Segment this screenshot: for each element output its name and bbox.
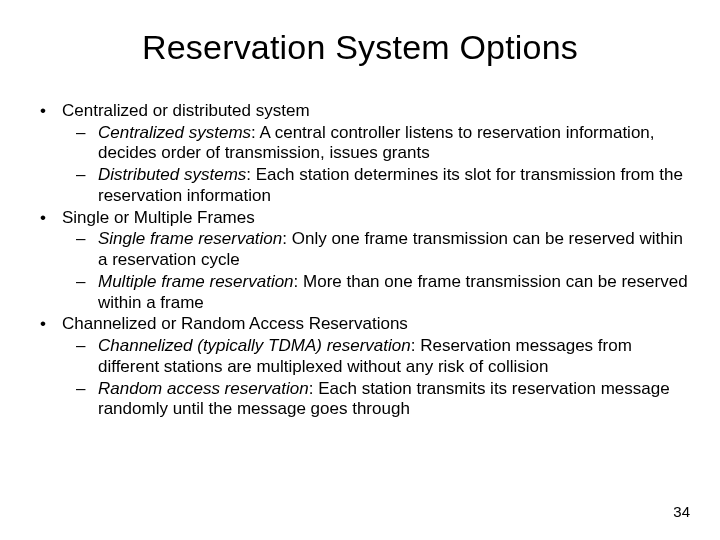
- slide: { "title": "Reservation System Options",…: [0, 0, 720, 540]
- list-item: Multiple frame reservation: More than on…: [62, 272, 694, 313]
- term: Single frame reservation: [98, 229, 282, 248]
- slide-body: Centralized or distributed system Centra…: [26, 101, 694, 420]
- bullet-list: Centralized or distributed system Centra…: [26, 101, 694, 420]
- list-item: Single or Multiple Frames Single frame r…: [26, 208, 694, 314]
- bullet-text: Centralized or distributed system: [62, 101, 310, 120]
- sub-list: Single frame reservation: Only one frame…: [62, 229, 694, 313]
- term: Channelized (typically TDMA) reservation: [98, 336, 411, 355]
- sub-list: Centralized systems: A central controlle…: [62, 123, 694, 207]
- bullet-text: Channelized or Random Access Reservation…: [62, 314, 408, 333]
- list-item: Centralized systems: A central controlle…: [62, 123, 694, 164]
- bullet-text: Single or Multiple Frames: [62, 208, 255, 227]
- term: Centralized systems: [98, 123, 251, 142]
- slide-title: Reservation System Options: [26, 28, 694, 67]
- list-item: Centralized or distributed system Centra…: [26, 101, 694, 207]
- sub-list: Channelized (typically TDMA) reservation…: [62, 336, 694, 420]
- list-item: Channelized or Random Access Reservation…: [26, 314, 694, 420]
- term: Random access reservation: [98, 379, 309, 398]
- page-number: 34: [673, 503, 690, 520]
- list-item: Distributed systems: Each station determ…: [62, 165, 694, 206]
- list-item: Single frame reservation: Only one frame…: [62, 229, 694, 270]
- term: Multiple frame reservation: [98, 272, 294, 291]
- list-item: Channelized (typically TDMA) reservation…: [62, 336, 694, 377]
- list-item: Random access reservation: Each station …: [62, 379, 694, 420]
- term: Distributed systems: [98, 165, 246, 184]
